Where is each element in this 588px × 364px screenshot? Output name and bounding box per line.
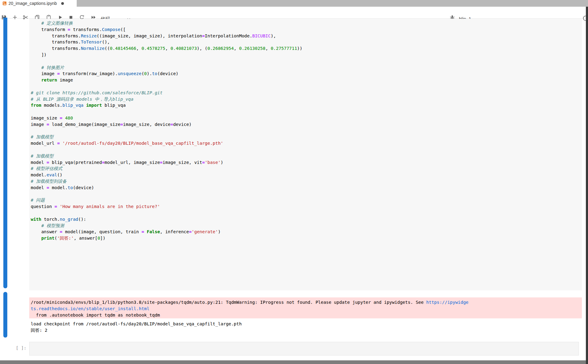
code-line: # git clone https://github.com/salesforc… — [31, 90, 302, 96]
cell-selection-bar-output[interactable] — [3, 292, 7, 338]
code-line: 回答: 2 — [31, 327, 242, 334]
notebook-window: 20_image_captions.ipynb — [0, 0, 588, 364]
cell-selection-bar-input[interactable] — [3, 18, 7, 288]
code-cell-source: # 定义图像转换 transform = transforms.Compose(… — [31, 20, 302, 241]
code-line: from models.blip_vqa import blip_vqa — [31, 102, 302, 109]
code-line — [31, 147, 302, 153]
code-line: # 模型预测 — [31, 223, 302, 229]
tab-20-image-captions[interactable]: 20_image_captions.ipynb — [0, 0, 77, 7]
code-line: # 转换图片 — [31, 64, 302, 71]
code-line: # 问题 — [31, 197, 302, 203]
code-line: image = transform(raw_image).unsqueeze(0… — [31, 71, 302, 77]
code-line: transforms.Normalize((0.48145466, 0.4578… — [31, 45, 302, 52]
code-line: question = 'How many animals are in the … — [31, 203, 302, 210]
code-line — [31, 191, 302, 197]
code-line: transforms.Resize((image_size, image_siz… — [31, 33, 302, 39]
code-line — [31, 83, 302, 90]
code-line: ts.readthedocs.io/en/stable/user_install… — [31, 306, 468, 312]
code-line: image_size = 480 — [31, 115, 302, 121]
output-link[interactable]: https://ipywidge — [426, 300, 469, 305]
code-line: transform = transforms.Compose([ — [31, 26, 302, 33]
code-line — [31, 128, 302, 134]
cell-output-stdout: load checkpoint from /root/autodl-fs/day… — [31, 321, 242, 334]
code-line — [31, 58, 302, 64]
code-line: transforms.ToTensor(), — [31, 39, 302, 45]
code-line: # 定义图像转换 — [31, 20, 302, 26]
code-line — [31, 210, 302, 216]
code-line: ]) — [31, 52, 302, 58]
code-line: # 模型评估模式 — [31, 165, 302, 172]
code-line: from .autonotebook import tqdm as notebo… — [31, 312, 468, 318]
plus-icon — [12, 15, 18, 20]
ipynb-file-icon — [2, 1, 7, 5]
code-line: print('回答:', answer[0]) — [31, 235, 302, 241]
code-line: # 加载模型到设备 — [31, 178, 302, 185]
vertical-scrollbar[interactable] — [586, 7, 588, 364]
code-line: return image — [31, 77, 302, 83]
code-line: model_url = '/root/autodl-fs/day20/BLIP/… — [31, 140, 302, 147]
code-line: answer = model(image, question, train = … — [31, 229, 302, 235]
cell-output-stderr: /root/miniconda3/envs/blip_1/lib/python3… — [29, 297, 582, 318]
code-line: with torch.no_grad(): — [31, 216, 302, 223]
code-line: /root/miniconda3/envs/blip_1/lib/python3… — [31, 299, 468, 306]
scissors-icon — [23, 15, 28, 20]
add-cell-button[interactable] — [12, 15, 18, 20]
code-line: load checkpoint from /root/autodl-fs/day… — [31, 321, 242, 327]
code-line: model = blip_vqa(pretrained=model_url, i… — [31, 159, 302, 166]
code-line: # 加载模型 — [31, 153, 302, 159]
code-line: model.eval() — [31, 172, 302, 178]
horizontal-scrollbar[interactable] — [0, 360, 588, 364]
tab-strip: 20_image_captions.ipynb — [0, 0, 588, 7]
code-line: image = load_demo_image(image_size=image… — [31, 121, 302, 128]
notebook-toolbar: 代码 blip_1 — [0, 7, 588, 19]
cut-cell-button[interactable] — [23, 15, 28, 20]
code-line — [31, 109, 302, 115]
output-link[interactable]: ts.readthedocs.io/en/stable/user_install… — [31, 306, 149, 311]
empty-cell-prompt: [ ]: — [16, 345, 26, 350]
unsaved-indicator-dot[interactable] — [61, 2, 64, 5]
empty-cell-editor[interactable] — [29, 342, 579, 355]
code-line: model = model.to(device) — [31, 185, 302, 191]
tab-title: 20_image_captions.ipynb — [9, 1, 57, 6]
code-line: # 加载模型 — [31, 134, 302, 140]
code-line: # 从 BLIP 源码目录 models 中，导入blip_vqa — [31, 96, 302, 102]
stderr-text: /root/miniconda3/envs/blip_1/lib/python3… — [31, 299, 468, 318]
